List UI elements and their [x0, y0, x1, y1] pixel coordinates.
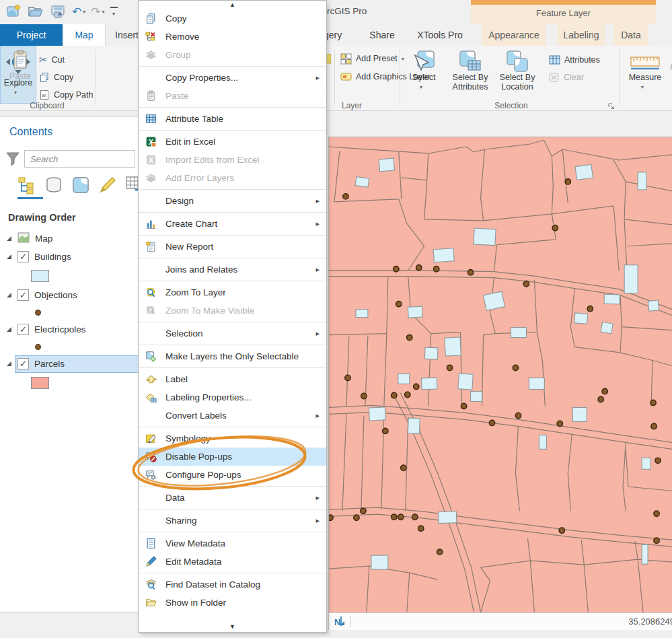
cut-button[interactable]: ✂ Cut [39, 52, 65, 67]
expander-icon[interactable] [7, 327, 11, 332]
search-input[interactable]: Search [24, 150, 135, 168]
layer-item[interactable]: ✓Objections [15, 287, 139, 304]
menu-item-paste: Paste [139, 87, 326, 105]
menu-item-symbology[interactable]: Symbology [139, 429, 326, 448]
layer-item[interactable]: ✓Buildings [15, 249, 139, 265]
save-project-icon[interactable] [50, 3, 66, 20]
menu-item-find-dataset-in-catalog[interactable]: Find Dataset in Catalog [139, 575, 326, 594]
symbology-icon [145, 433, 157, 444]
customize-qat-icon[interactable]: ▾ [110, 7, 118, 16]
building-feature [604, 294, 620, 304]
menu-item-convert-labels[interactable]: Convert Labels▸ [139, 406, 326, 425]
paste-button[interactable]: Paste ▾ [5, 50, 35, 88]
expander-icon[interactable] [7, 361, 11, 366]
tab-labeling[interactable]: Labeling [557, 24, 605, 46]
paste-dropdown-icon[interactable]: ▾ [16, 82, 19, 88]
electricpole-feature [361, 393, 367, 398]
menu-item-sharing[interactable]: Sharing▸ [139, 511, 326, 530]
menu-item-attribute-table[interactable]: Attribute Table [139, 110, 326, 128]
tab-share[interactable]: Share [363, 24, 401, 46]
contents-pane-title: Contents [9, 126, 52, 138]
building-feature [421, 378, 437, 390]
zoom-gray-icon [145, 305, 157, 316]
funnel-icon[interactable] [6, 151, 20, 166]
menu-item-make-layers-the-only-selectable[interactable]: Make Layers the Only Selectable [139, 347, 326, 365]
selection-view-icon[interactable] [71, 176, 90, 194]
menu-item-view-metadata[interactable]: View Metadata [139, 534, 326, 553]
menu-item-create-chart[interactable]: Create Chart▸ [139, 215, 326, 233]
layer-visibility-checkbox[interactable]: ✓ [17, 358, 29, 369]
point-symbol-swatch[interactable] [35, 310, 41, 316]
menu-item-edit-in-excel[interactable]: XEdit in Excel [139, 133, 326, 151]
layer-visibility-checkbox[interactable]: ✓ [17, 324, 29, 335]
menu-item-copy-properties[interactable]: Copy Properties...▸ [139, 69, 326, 87]
data-source-icon[interactable] [44, 176, 63, 194]
menu-item-disable-pop-ups[interactable]: Disable Pop-ups [139, 448, 326, 466]
menu-item-joins-and-relates[interactable]: Joins and Relates▸ [139, 260, 326, 279]
expander-icon[interactable] [7, 236, 11, 241]
layer-item-selected[interactable]: ✓Parcels [15, 356, 139, 372]
tab-map[interactable]: Map [63, 24, 106, 46]
select-button[interactable]: Select ▾ [404, 50, 443, 90]
layer-item[interactable]: ✓Electricpoles [15, 322, 139, 338]
explore-dropdown-icon[interactable]: ▾ [14, 90, 17, 96]
redo-icon[interactable]: ↷ [91, 5, 100, 19]
expander-icon[interactable] [7, 293, 11, 297]
quick-access-toolbar: ↶▾ ↷▾ ▾ [5, 3, 118, 20]
layer-visibility-checkbox[interactable]: ✓ [17, 289, 29, 301]
menu-item-selection[interactable]: Selection▸ [139, 324, 326, 343]
layer-visibility-checkbox[interactable]: ✓ [17, 251, 29, 262]
polygon-symbol-swatch[interactable] [31, 270, 49, 282]
menu-item-show-in-folder[interactable]: Show in Folder [139, 594, 326, 612]
menu-item-design[interactable]: Design▸ [139, 192, 326, 210]
menu-item-label: Paste [165, 91, 189, 101]
edit-view-icon[interactable] [98, 176, 117, 194]
electricpole-feature [552, 225, 558, 231]
select-by-attributes-button[interactable]: Select By Attributes [448, 50, 492, 92]
svg-text:N: N [334, 617, 340, 627]
measure-dropdown-icon[interactable]: ▾ [641, 84, 644, 90]
tab-appearance[interactable]: Appearance [482, 24, 546, 46]
copy-button[interactable]: Copy [39, 70, 73, 85]
menu-item-remove[interactable]: Remove [139, 28, 326, 46]
electricpole-feature [650, 400, 656, 405]
menu-item-label: Make Layers the Only Selectable [165, 351, 299, 361]
expander-icon[interactable] [7, 254, 11, 259]
dialog-launcher-icon[interactable] [607, 102, 615, 110]
building-feature [398, 374, 410, 384]
menu-item-label: Symbology [165, 433, 211, 444]
measure-button[interactable]: Measure ▾ [624, 55, 666, 90]
clear-button[interactable]: Clear [549, 70, 584, 85]
tab-data[interactable]: Data [613, 24, 648, 46]
copy-path-button[interactable]: w. Copy Path [39, 87, 93, 102]
menu-scroll-down-icon[interactable]: ▼ [139, 623, 326, 631]
redo-dropdown-icon[interactable]: ▾ [102, 9, 105, 15]
menu-item-copy[interactable]: Copy [139, 9, 326, 28]
drawing-order-icon[interactable] [17, 176, 36, 194]
menu-item-zoom-to-layer[interactable]: Zoom To Layer [139, 283, 326, 302]
open-project-icon[interactable] [28, 3, 44, 20]
electricpole-feature [418, 526, 424, 531]
menu-item-labeling-properties[interactable]: Labeling Properties... [139, 388, 326, 406]
layer-item[interactable]: Map [15, 231, 139, 247]
menu-item-edit-metadata[interactable]: Edit Metadata [139, 553, 326, 571]
point-symbol-swatch[interactable] [35, 344, 41, 350]
select-dropdown-icon[interactable]: ▾ [420, 84, 422, 90]
north-arrow-icon[interactable]: N [332, 615, 346, 629]
select-by-location-button[interactable]: Select By Location [496, 50, 538, 92]
locate-button-partial[interactable]: L [667, 55, 672, 82]
map-view[interactable] [328, 137, 672, 612]
attributes-button[interactable]: Attributes [549, 52, 600, 67]
tab-project[interactable]: Project [0, 24, 63, 46]
undo-icon[interactable]: ↶ [72, 5, 81, 19]
menu-scroll-up-icon[interactable]: ▲ [139, 1, 326, 9]
menu-item-configure-pop-ups[interactable]: Configure Pop-ups [139, 466, 326, 484]
tab-xtools-pro[interactable]: XTools Pro [413, 24, 467, 46]
menu-item-label[interactable]: Label [139, 370, 326, 388]
menu-item-new-report[interactable]: New Report [139, 238, 326, 256]
layer-row-buildings: ✓Buildings [0, 248, 139, 266]
menu-item-data[interactable]: Data▸ [139, 489, 326, 507]
undo-dropdown-icon[interactable]: ▾ [83, 9, 85, 15]
new-project-icon[interactable] [5, 3, 22, 20]
polygon-symbol-swatch[interactable] [31, 377, 49, 389]
